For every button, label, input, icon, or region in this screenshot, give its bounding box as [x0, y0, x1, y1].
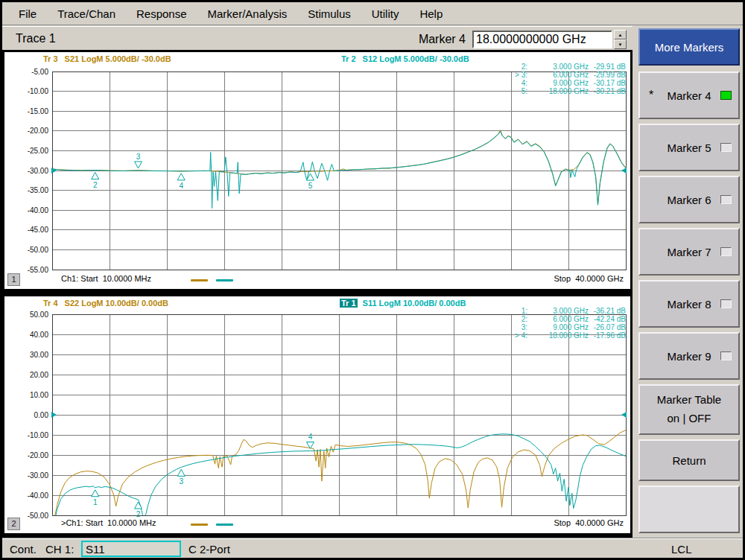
menu-response[interactable]: Response — [126, 7, 197, 20]
chart-panel-bottom: 50.0040.0030.0020.0010.000.00-10.00-20.0… — [4, 296, 630, 533]
marker-9-button[interactable]: Marker 9 — [638, 332, 740, 380]
measurement-parameter-box: S11 — [81, 541, 181, 557]
menu-trace-chan[interactable]: Trace/Chan — [47, 7, 126, 20]
marker-readout: 2:3.000 GHz-29.91 dB> 3:6.000 GHz-29.99 … — [515, 63, 626, 95]
svg-text:-35.00: -35.00 — [28, 186, 49, 194]
menu-file[interactable]: File — [8, 7, 47, 20]
stop-frequency-label: Stop 40.0000 GHz — [554, 518, 624, 527]
menu-bar: File Trace/Chan Response Marker/Analysis… — [2, 2, 743, 25]
softkey-sidebar: More Markers * Marker 4 Marker 5 Marker … — [633, 25, 743, 538]
lcl-status: LCL — [671, 543, 692, 556]
spinner-down-button[interactable]: ▼ — [614, 39, 627, 49]
trace-color-key-cyan — [216, 524, 233, 526]
channel-status-label: CH 1: — [45, 543, 74, 556]
svg-text:50.00: 50.00 — [30, 311, 48, 319]
trace-markers: 1234 — [92, 433, 314, 518]
chart-top-footer: 1 Ch1: Start 10.0000 MHz Stop 40.0000 GH… — [4, 272, 630, 287]
grid — [52, 314, 626, 515]
marker-triangle — [135, 502, 142, 509]
svg-text:-42.24 dB: -42.24 dB — [594, 315, 627, 323]
marker-stimulus-value: 18.0000000000 GHz — [476, 33, 586, 46]
svg-text:20.00: 20.00 — [30, 371, 48, 379]
chart-panel-top: -5.00-10.00-15.00-20.00-25.00-30.00-35.0… — [4, 52, 630, 289]
softkey-blank — [638, 486, 740, 533]
svg-text:-17.96 dB: -17.96 dB — [594, 331, 627, 340]
menu-marker-analysis[interactable]: Marker/Analysis — [197, 7, 298, 20]
marker-stimulus-input[interactable]: 18.0000000000 GHz — [472, 31, 612, 48]
trace-S22 — [55, 430, 626, 516]
marker-number: 5 — [308, 182, 313, 190]
menu-utility[interactable]: Utility — [361, 7, 410, 20]
charts-area: -5.00-10.00-15.00-20.00-25.00-30.00-35.0… — [2, 50, 633, 538]
menu-stimulus[interactable]: Stimulus — [297, 7, 361, 20]
plot-top-svg: -5.00-10.00-15.00-20.00-25.00-30.00-35.0… — [4, 52, 630, 289]
cal-status: C 2-Port — [188, 543, 230, 556]
status-bar: Cont. CH 1: S11 C 2-Port LCL — [2, 538, 743, 559]
svg-text:-26.07 dB: -26.07 dB — [594, 323, 627, 331]
svg-text:6.000 GHz: 6.000 GHz — [553, 71, 589, 79]
marker-4-label: Marker 4 — [667, 89, 711, 102]
marker-7-button[interactable]: Marker 7 — [638, 228, 740, 276]
marker-7-indicator — [720, 247, 732, 256]
trace4-header[interactable]: Tr 4S22 LogM 10.00dB/ 0.00dB — [42, 299, 168, 308]
svg-text:-25.00: -25.00 — [28, 147, 49, 155]
marker-5-indicator — [720, 143, 732, 152]
svg-text:5:: 5: — [522, 87, 527, 95]
svg-text:-36.21 dB: -36.21 dB — [594, 307, 627, 315]
marker-8-button[interactable]: Marker 8 — [638, 280, 740, 328]
marker-triangle — [177, 469, 185, 476]
marker-triangle — [135, 162, 142, 168]
svg-text:3.000 GHz: 3.000 GHz — [553, 307, 589, 315]
marker-table-button[interactable]: Marker Table on | OFF — [638, 384, 740, 435]
svg-text:30.00: 30.00 — [30, 351, 48, 359]
trace-color-key-orange — [191, 524, 208, 526]
sweep-status: Cont. — [10, 543, 37, 556]
trace-markers: 2345 — [92, 153, 314, 190]
stimulus-spinner: ▲ ▼ — [614, 30, 627, 49]
marker-stimulus-group: Marker 4 18.0000000000 GHz ▲ ▼ — [419, 30, 627, 49]
svg-text:-40.00: -40.00 — [28, 206, 49, 214]
marker-number: 4 — [179, 182, 183, 190]
menu-help[interactable]: Help — [409, 7, 453, 20]
return-button[interactable]: Return — [638, 439, 740, 481]
marker-6-button[interactable]: Marker 6 — [638, 176, 740, 223]
marker-triangle — [92, 490, 99, 497]
trace1-header[interactable]: Tr 1S11 LogM 10.00dB/ 0.00dB — [340, 299, 466, 308]
marker-4-button[interactable]: * Marker 4 — [638, 71, 740, 119]
svg-text:18.000 GHz: 18.000 GHz — [549, 87, 589, 95]
active-trace-label: Trace 1 — [16, 32, 56, 45]
stop-frequency-label: Stop 40.0000 GHz — [554, 274, 624, 283]
svg-text:-30.21 dB: -30.21 dB — [594, 87, 627, 95]
chart-bottom-footer: 2 >Ch1: Start 10.0000 MHz Stop 40.0000 G… — [4, 516, 630, 531]
svg-text:-20.00: -20.00 — [28, 127, 49, 135]
svg-text:> 4:: > 4: — [515, 331, 527, 340]
svg-text:2:: 2: — [522, 63, 527, 71]
svg-text:3.000 GHz: 3.000 GHz — [553, 63, 589, 71]
marker-number: 3 — [179, 477, 183, 486]
application-window: File Trace/Chan Response Marker/Analysis… — [2, 2, 743, 558]
svg-text:-50.00: -50.00 — [28, 246, 49, 254]
start-frequency-label: Ch1: Start 10.0000 MHz — [61, 274, 151, 283]
trace2-header[interactable]: Tr 2S12 LogM 5.000dB/ -30.0dB — [340, 54, 469, 63]
more-markers-button[interactable]: More Markers — [638, 28, 740, 66]
svg-text:-30.17 dB: -30.17 dB — [594, 79, 627, 87]
y-axis-labels: 50.0040.0030.0020.0010.000.00-10.00-20.0… — [28, 311, 49, 520]
svg-text:-5.00: -5.00 — [31, 68, 48, 76]
marker-number: 2 — [93, 181, 98, 189]
svg-text:4:: 4: — [522, 79, 527, 87]
y-axis-labels: -5.00-10.00-15.00-20.00-25.00-30.00-35.0… — [28, 68, 49, 274]
trace3-header[interactable]: Tr 3S21 LogM 5.000dB/ -30.0dB — [42, 54, 171, 63]
marker-8-indicator — [720, 299, 732, 308]
channel-badge: 1 — [7, 273, 20, 286]
marker-5-button[interactable]: Marker 5 — [638, 124, 740, 171]
spinner-up-button[interactable]: ▲ — [614, 30, 627, 39]
svg-text:3:: 3: — [522, 323, 527, 331]
svg-text:40.00: 40.00 — [30, 331, 48, 339]
svg-text:-20.00: -20.00 — [28, 451, 49, 459]
trace-color-key-orange — [191, 279, 208, 281]
svg-text:6.000 GHz: 6.000 GHz — [553, 315, 589, 323]
svg-text:-10.00: -10.00 — [28, 87, 49, 95]
trace-color-key-cyan — [216, 279, 233, 281]
marker-triangle — [177, 174, 185, 180]
active-marker-asterisk: * — [649, 89, 653, 102]
